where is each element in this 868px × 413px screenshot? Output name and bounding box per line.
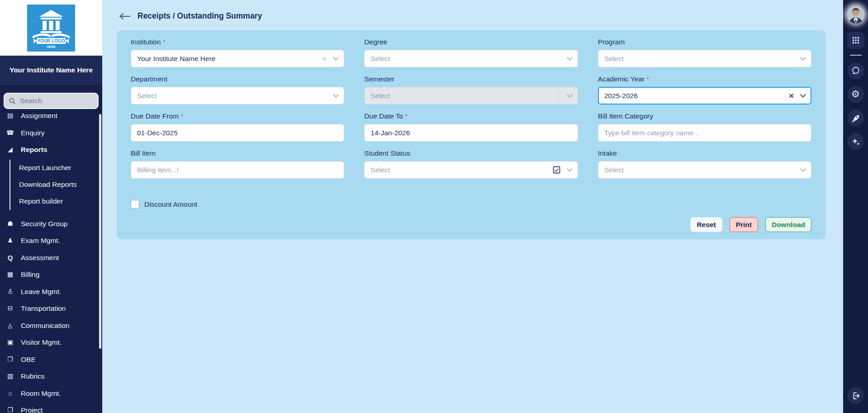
logo-area: YOUR LOGO HERE (0, 0, 102, 56)
ai-assist-button[interactable] (847, 133, 864, 150)
bill-item-category-input[interactable] (598, 124, 811, 142)
student-status-icons (553, 166, 572, 174)
settings-button[interactable]: ⚙ (847, 86, 864, 103)
chevron-down-icon (567, 166, 573, 172)
intake-select[interactable]: Select (598, 161, 811, 179)
action-buttons-row: Reset Print Download (131, 217, 811, 232)
chevron-down-icon (800, 55, 806, 61)
sidebar-item-communication[interactable]: ◬Communication (0, 317, 102, 334)
filter-card: Institution *Your Institute Name Here×De… (117, 30, 825, 239)
institute-logo: YOUR LOGO HERE (27, 5, 75, 52)
reset-button[interactable]: Reset (690, 217, 722, 232)
clear-icon[interactable]: × (789, 91, 794, 100)
intake-value: Select (604, 166, 624, 174)
sidebar-subitem-report-launcher[interactable]: Report Launcher (19, 160, 102, 176)
program-label: Program (598, 38, 811, 46)
required-asterisk: * (161, 38, 165, 46)
field-intake: IntakeSelect (598, 142, 811, 179)
sidebar-item-transportation[interactable]: ⊟Transportation (0, 300, 102, 317)
degree-value: Select (370, 55, 390, 63)
sidebar-item-label: Billing (21, 270, 39, 279)
sidebar-item-label: Security Group (21, 219, 67, 228)
billing-icon: ▦ (6, 270, 14, 279)
sidebar-item-room-mgmt[interactable]: ⌂Room Mgmt. (0, 385, 102, 402)
field-department: DepartmentSelect (131, 67, 344, 104)
department-select[interactable]: Select (131, 87, 344, 104)
discount-amount-checkbox[interactable] (131, 200, 139, 209)
field-student-status: Student StatusSelect (364, 142, 578, 179)
right-rail: ⚙ (843, 0, 868, 413)
sidebar-item-project[interactable]: ❒Project (0, 402, 102, 413)
sidebar-item-rubrics[interactable]: ▥Rubrics (0, 368, 102, 385)
semester-icons (558, 90, 572, 101)
sidebar-scrollbar[interactable] (99, 114, 101, 349)
left-sidebar: YOUR LOGO HERE Your Institute Name Here … (0, 0, 102, 413)
sidebar-item-enquiry[interactable]: ☎Enquiry (0, 124, 102, 142)
institution-label: Institution * (131, 38, 344, 46)
logout-icon (851, 391, 860, 400)
field-institution: Institution *Your Institute Name Here× (131, 38, 344, 67)
sidebar-item-leave-mgmt[interactable]: ♙Leave Mgmt. (0, 283, 102, 300)
back-arrow-icon[interactable] (119, 13, 131, 20)
academic-year-select[interactable]: 2025-2026× (598, 87, 811, 104)
search-input[interactable] (20, 97, 93, 105)
required-asterisk: * (403, 112, 408, 120)
sidebar-item-billing[interactable]: ▦Billing (0, 266, 102, 283)
logout-button[interactable] (847, 387, 864, 404)
bill-item-label: Bill Item (131, 149, 344, 157)
field-due-date-to: Due Date To * (364, 104, 578, 142)
required-asterisk: * (645, 75, 649, 83)
grid-icon (852, 36, 860, 44)
sidebar-item-security-group[interactable]: ☗Security Group (0, 215, 102, 233)
sidebar-item-assignment[interactable]: ▤Assignment (0, 111, 102, 124)
sidebar-item-exam-mgmt[interactable]: ♟Exam Mgmt. (0, 232, 102, 249)
sidebar-item-label: Rubrics (21, 372, 45, 381)
download-button[interactable]: Download (765, 217, 811, 232)
due-date-to-input[interactable] (364, 124, 578, 142)
reports-icon: ◢ (6, 145, 14, 154)
bill-item-input[interactable] (131, 161, 344, 179)
discount-amount-label: Discount Amount (144, 200, 197, 209)
sidebar-item-label: Reports (21, 145, 47, 154)
sidebar-item-visitor-mgmt[interactable]: ▣Visitor Mgmt. (0, 334, 102, 351)
print-button[interactable]: Print (730, 217, 758, 232)
sidebar-item-label: Leave Mgmt. (21, 287, 62, 296)
degree-icons (568, 57, 572, 60)
sidebar-item-obe[interactable]: ❐OBE (0, 351, 102, 368)
due-date-from-label: Due Date From * (131, 112, 344, 120)
launch-button[interactable] (847, 109, 864, 126)
apps-grid-button[interactable] (847, 32, 864, 49)
obe-icon: ❐ (6, 355, 14, 364)
sidebar-item-reports[interactable]: ◢Reports (0, 141, 102, 158)
page-header: Receipts / Outstanding Summary (102, 0, 843, 21)
rocket-icon (851, 114, 860, 123)
chat-button[interactable] (847, 62, 864, 79)
institution-select[interactable]: Your Institute Name Here× (131, 50, 344, 67)
degree-select[interactable]: Select (364, 50, 578, 67)
sidebar-search[interactable] (4, 93, 99, 109)
intake-label: Intake (598, 149, 811, 157)
clear-icon[interactable]: × (322, 54, 327, 63)
sidebar-item-label: Enquiry (21, 128, 45, 138)
field-bill-item-category: Bill Item Category (598, 104, 811, 142)
required-asterisk: * (179, 112, 183, 120)
user-avatar[interactable] (847, 5, 865, 24)
sidebar-subitem-download-reports[interactable]: Download Reports (19, 176, 102, 193)
sparkles-icon (851, 137, 860, 146)
project-icon: ❒ (6, 406, 14, 413)
sidebar-item-label: Transportation (21, 304, 66, 313)
sidebar-subitem-report-builder[interactable]: Report builder (19, 193, 102, 210)
communication-icon: ◬ (6, 321, 14, 330)
sidebar-item-assessment[interactable]: QAssessment (0, 249, 102, 266)
checkbox-checked-icon (553, 166, 560, 174)
sidebar-item-label: Communication (21, 321, 70, 330)
program-value: Select (604, 55, 624, 63)
semester-select[interactable]: Select (364, 87, 578, 104)
rail-divider (850, 55, 862, 56)
due-date-from-input[interactable] (131, 124, 344, 142)
student-status-select[interactable]: Select (364, 161, 578, 179)
program-select[interactable]: Select (598, 50, 811, 67)
academic-year-label: Academic Year * (598, 75, 811, 83)
department-value: Select (137, 92, 157, 100)
assessment-icon: Q (6, 253, 14, 262)
